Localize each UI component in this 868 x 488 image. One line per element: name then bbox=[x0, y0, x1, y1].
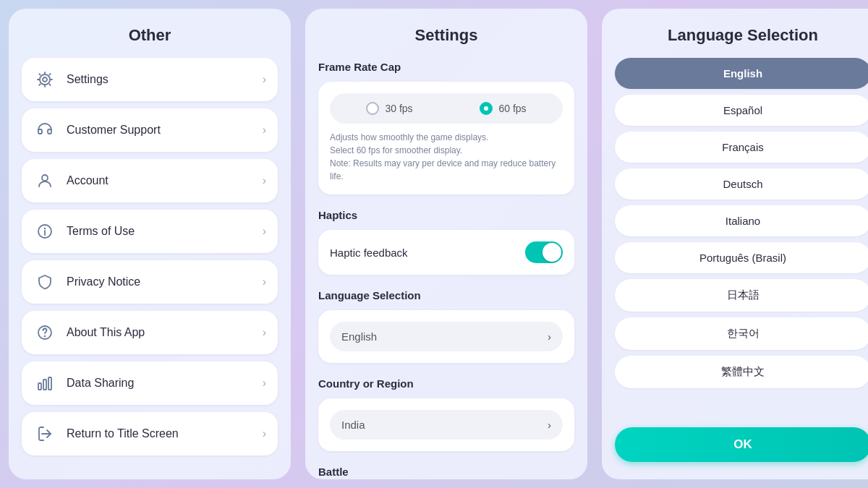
chart-icon bbox=[33, 372, 56, 395]
lang-de[interactable]: Deutsch bbox=[615, 168, 868, 200]
haptic-feedback-label: Haptic feedback bbox=[330, 247, 408, 259]
fps-30-label: 30 fps bbox=[385, 103, 412, 114]
settings-panel: Settings Frame Rate Cap 30 fps 60 fps Ad… bbox=[305, 9, 587, 479]
region-value: India bbox=[341, 419, 365, 431]
svg-rect-10 bbox=[48, 377, 51, 390]
fps-60-option[interactable]: 60 fps bbox=[446, 96, 560, 121]
lang-en[interactable]: English bbox=[615, 58, 868, 89]
language-chevron: › bbox=[548, 330, 551, 343]
language-select[interactable]: English › bbox=[330, 322, 563, 351]
menu-item-terms[interactable]: Terms of Use › bbox=[22, 210, 278, 253]
info-icon bbox=[33, 220, 56, 243]
lang-ja[interactable]: 日本語 bbox=[615, 279, 868, 312]
terms-label: Terms of Use bbox=[67, 225, 263, 238]
toggle-knob bbox=[542, 243, 561, 262]
fps-60-radio bbox=[480, 102, 493, 115]
region-card: India › bbox=[318, 398, 574, 451]
fps-60-label: 60 fps bbox=[498, 103, 526, 114]
settings-chevron: › bbox=[263, 73, 266, 86]
menu-item-about[interactable]: About This App › bbox=[22, 311, 278, 354]
person-icon bbox=[33, 169, 56, 192]
fps-selector: 30 fps 60 fps bbox=[330, 93, 563, 124]
menu-item-privacy[interactable]: Privacy Notice › bbox=[22, 260, 278, 304]
lang-fr[interactable]: Français bbox=[615, 132, 868, 163]
data-sharing-label: Data Sharing bbox=[67, 377, 263, 390]
menu-item-return[interactable]: Return to Title Screen › bbox=[22, 412, 278, 455]
menu-item-data-sharing[interactable]: Data Sharing › bbox=[22, 361, 278, 405]
language-section-label: Language Selection bbox=[318, 289, 574, 301]
other-title: Other bbox=[22, 26, 278, 45]
lang-pt[interactable]: Português (Brasil) bbox=[615, 242, 868, 273]
headset-icon bbox=[33, 119, 56, 142]
customer-support-label: Customer Support bbox=[67, 124, 263, 137]
haptics-section-label: Haptics bbox=[318, 209, 574, 221]
exit-icon bbox=[33, 422, 56, 445]
settings-label: Settings bbox=[67, 73, 263, 86]
account-label: Account bbox=[67, 174, 263, 187]
menu-item-settings[interactable]: Settings › bbox=[22, 58, 278, 101]
other-menu-panel: Other Settings › Customer Support › Acco… bbox=[9, 9, 291, 479]
battle-label: Battle bbox=[318, 466, 574, 478]
terms-chevron: › bbox=[263, 225, 266, 238]
return-label: Return to Title Screen bbox=[67, 427, 263, 440]
ok-button[interactable]: OK bbox=[615, 427, 868, 462]
customer-support-chevron: › bbox=[263, 124, 266, 137]
language-value: English bbox=[341, 330, 377, 343]
account-chevron: › bbox=[263, 174, 266, 187]
lang-ko[interactable]: 한국어 bbox=[615, 317, 868, 350]
about-chevron: › bbox=[263, 326, 266, 339]
fps-30-option[interactable]: 30 fps bbox=[333, 96, 446, 121]
frame-rate-label: Frame Rate Cap bbox=[318, 61, 574, 73]
svg-rect-8 bbox=[38, 383, 41, 390]
return-chevron: › bbox=[263, 427, 266, 440]
privacy-chevron: › bbox=[263, 275, 266, 288]
region-chevron: › bbox=[548, 419, 551, 431]
about-label: About This App bbox=[67, 326, 263, 339]
haptics-card: Haptic feedback bbox=[318, 230, 574, 275]
language-list: English Español Français Deutsch Italian… bbox=[615, 58, 868, 419]
svg-point-0 bbox=[43, 77, 47, 82]
svg-rect-9 bbox=[43, 380, 46, 390]
lang-it[interactable]: Italiano bbox=[615, 205, 868, 236]
menu-item-customer-support[interactable]: Customer Support › bbox=[22, 108, 278, 152]
shield-icon bbox=[33, 270, 56, 294]
language-selection-panel: Language Selection English Español Franç… bbox=[602, 9, 868, 479]
language-card: English › bbox=[318, 310, 574, 363]
fps-description: Adjusts how smoothly the game displays.S… bbox=[330, 131, 563, 183]
svg-point-1 bbox=[40, 74, 50, 85]
gear-icon bbox=[33, 68, 56, 91]
region-section-label: Country or Region bbox=[318, 377, 574, 390]
frame-rate-card: 30 fps 60 fps Adjusts how smoothly the g… bbox=[318, 82, 574, 194]
data-sharing-chevron: › bbox=[263, 377, 266, 390]
lang-es[interactable]: Español bbox=[615, 95, 868, 126]
svg-point-2 bbox=[42, 175, 48, 181]
region-select[interactable]: India › bbox=[330, 410, 563, 440]
lang-zh[interactable]: 繁體中文 bbox=[615, 356, 868, 388]
settings-title: Settings bbox=[318, 26, 574, 45]
privacy-label: Privacy Notice bbox=[67, 275, 263, 288]
haptic-toggle[interactable] bbox=[525, 241, 563, 263]
menu-item-account[interactable]: Account › bbox=[22, 159, 278, 202]
language-selection-title: Language Selection bbox=[615, 26, 868, 45]
question-icon bbox=[33, 321, 56, 344]
fps-30-radio bbox=[366, 102, 379, 115]
haptics-row: Haptic feedback bbox=[330, 241, 563, 263]
